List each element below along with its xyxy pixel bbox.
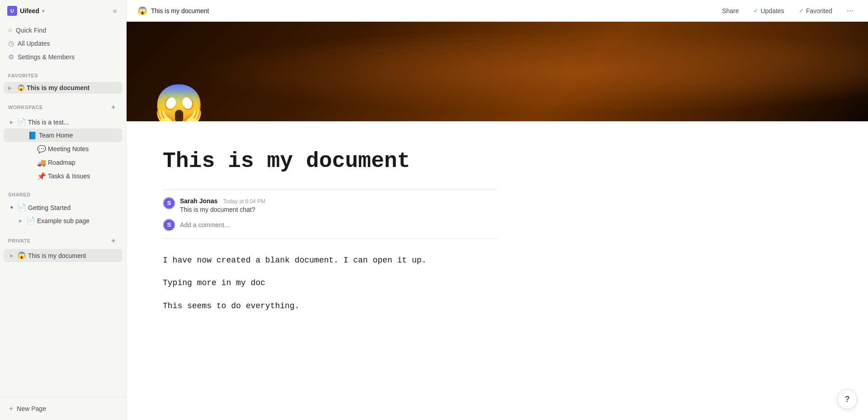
expand-arrow-icon: ▶ <box>8 86 15 91</box>
expand-icon: ▼ <box>8 205 15 210</box>
document-emoji-icon: 😱 <box>17 84 25 91</box>
main-panel: 😱 This is my document Share ✓ Updates ✓ … <box>127 0 868 420</box>
share-label: Share <box>722 7 739 14</box>
favorites-section-header: FAVORITES <box>0 69 126 80</box>
favorited-label: Favorited <box>806 7 832 14</box>
tasks-icon: 📌 <box>37 172 46 181</box>
workspace-item-teamhome[interactable]: + 📘 Team Home <box>4 129 123 142</box>
workspace-label: Uifeed <box>20 7 39 14</box>
roadmap-icon: 🚚 <box>37 158 46 167</box>
sidebar: U Uifeed ▾ « ○ Quick Find ◷ All Updates … <box>0 0 127 420</box>
new-page-label: New Page <box>17 405 46 412</box>
document-title: This is my document <box>163 148 497 175</box>
workspace-item-roadmap-label: Roadmap <box>48 159 118 166</box>
check-icon: ✓ <box>799 7 804 14</box>
sidebar-header: U Uifeed ▾ « <box>0 0 126 22</box>
new-page-button[interactable]: + New Page <box>4 401 123 416</box>
workspace-icon: U <box>7 6 17 16</box>
comment-input[interactable] <box>180 221 497 229</box>
private-add-button[interactable]: + <box>109 236 118 245</box>
favorites-item-document[interactable]: ▶ 😱 This is my document <box>4 82 123 94</box>
check-icon: ✓ <box>753 7 758 14</box>
topbar-actions: Share ✓ Updates ✓ Favorited ··· <box>718 4 857 17</box>
workspace-item-roadmap[interactable]: + 🚚 Roadmap <box>13 156 123 169</box>
shared-section-header: SHARED <box>0 188 126 199</box>
shared-item-gettingstarted[interactable]: ▼ 📄 Getting Started <box>4 201 123 214</box>
quick-find-item[interactable]: ○ Quick Find <box>4 24 123 37</box>
shared-items: ▼ 📄 Getting Started ▶ 📄 Example sub page <box>0 199 126 229</box>
workspace-item-meetingnotes[interactable]: + 💬 Meeting Notes <box>13 142 123 156</box>
comment-item: S Sarah Jonas Today at 6:04 PM This is m… <box>163 197 497 213</box>
favorites-list: ▶ 😱 This is my document <box>0 80 126 95</box>
doc-icon: 📄 <box>17 118 26 126</box>
teamhome-icon: 📘 <box>28 131 37 140</box>
settings-label: Settings & Members <box>18 53 75 61</box>
private-item-label: This is my document <box>28 252 118 259</box>
workspace-chevron-icon: ▾ <box>42 9 44 14</box>
comments-section: S Sarah Jonas Today at 6:04 PM This is m… <box>163 189 497 239</box>
topbar-title-area: 😱 This is my document <box>137 6 209 16</box>
workspace-name-btn[interactable]: U Uifeed ▾ <box>7 6 44 16</box>
settings-item[interactable]: ⚙ Settings & Members <box>4 50 123 64</box>
expand-icon: ▶ <box>8 119 15 124</box>
shared-item-subpage-label: Example sub page <box>37 217 118 224</box>
share-button[interactable]: Share <box>718 5 742 16</box>
favorited-button[interactable]: ✓ Favorited <box>795 5 836 16</box>
topbar-title: This is my document <box>151 7 209 14</box>
workspace-add-button[interactable]: + <box>109 103 118 112</box>
all-updates-item[interactable]: ◷ All Updates <box>4 37 123 50</box>
comment-input-avatar: S <box>163 219 175 231</box>
new-page-plus-icon: + <box>9 405 13 413</box>
shared-item-subpage[interactable]: ▶ 📄 Example sub page <box>13 214 123 227</box>
comment-author: Sarah Jonas <box>180 197 217 205</box>
sidebar-collapse-button[interactable]: « <box>111 5 119 17</box>
sidebar-nav: ○ Quick Find ◷ All Updates ⚙ Settings & … <box>0 22 126 66</box>
comment-input-row: S <box>163 219 497 231</box>
topbar-emoji-icon: 😱 <box>137 6 147 16</box>
clock-icon: ◷ <box>8 39 14 48</box>
doc-paragraph-2: Typing more in my doc <box>163 276 497 290</box>
doc-paragraph-3: This seems to do everything. <box>163 299 497 313</box>
comment-avatar: S <box>163 197 175 210</box>
private-section-header: PRIVATE + <box>0 233 126 247</box>
gettingstarted-icon: 📄 <box>17 203 26 212</box>
content-area: 😱 This is my document S Sarah Jonas Toda… <box>127 22 868 420</box>
favorites-item-label: This is my document <box>27 84 90 91</box>
private-items: ▶ 😱 This is my document <box>0 247 126 264</box>
workspace-item-tasks[interactable]: + 📌 Tasks & Issues <box>13 169 123 183</box>
teamhome-children: + 💬 Meeting Notes + 🚚 Roadmap + 📌 Tasks … <box>4 142 123 183</box>
comment-text: This is my document chat? <box>180 206 497 213</box>
workspace-item-meetingnotes-label: Meeting Notes <box>48 145 118 153</box>
comment-content: Sarah Jonas Today at 6:04 PM This is my … <box>180 197 497 213</box>
workspace-item-teamhome-label: Team Home <box>39 132 118 139</box>
meeting-icon: 💬 <box>37 145 46 153</box>
settings-icon: ⚙ <box>8 53 14 61</box>
quick-find-label: Quick Find <box>16 27 46 34</box>
workspace-item-test-label: This is a test... <box>28 119 118 126</box>
workspace-item-test[interactable]: ▶ 📄 This is a test... <box>4 115 123 129</box>
updates-button[interactable]: ✓ Updates <box>750 5 788 16</box>
help-button[interactable]: ? <box>837 389 857 409</box>
expand-icon: ▶ <box>8 253 15 258</box>
search-icon: ○ <box>8 26 12 34</box>
more-options-button[interactable]: ··· <box>843 4 857 17</box>
comment-time: Today at 6:04 PM <box>223 198 265 205</box>
expand-icon: ▶ <box>17 218 24 223</box>
all-updates-label: All Updates <box>18 40 50 47</box>
private-item-document[interactable]: ▶ 😱 This is my document <box>4 249 123 262</box>
workspace-item-tasks-label: Tasks & Issues <box>48 172 118 180</box>
document-body: This is my document S Sarah Jonas Today … <box>127 121 533 358</box>
topbar: 😱 This is my document Share ✓ Updates ✓ … <box>127 0 868 22</box>
subpage-icon: 📄 <box>26 216 35 225</box>
sidebar-bottom: + New Page <box>0 397 126 420</box>
private-doc-icon: 😱 <box>17 251 26 260</box>
shared-item-gettingstarted-label: Getting Started <box>28 204 118 211</box>
document-banner: 😱 <box>127 22 868 121</box>
workspace-section-header: WORKSPACE + <box>0 99 126 114</box>
document-emoji-large: 😱 <box>154 85 204 121</box>
doc-paragraph-1: I have now created a blank document. I c… <box>163 253 497 267</box>
workspace-items: ▶ 📄 This is a test... + 📘 Team Home + 💬 … <box>0 114 126 185</box>
updates-label: Updates <box>760 7 784 14</box>
gettingstarted-children: ▶ 📄 Example sub page <box>4 214 123 227</box>
